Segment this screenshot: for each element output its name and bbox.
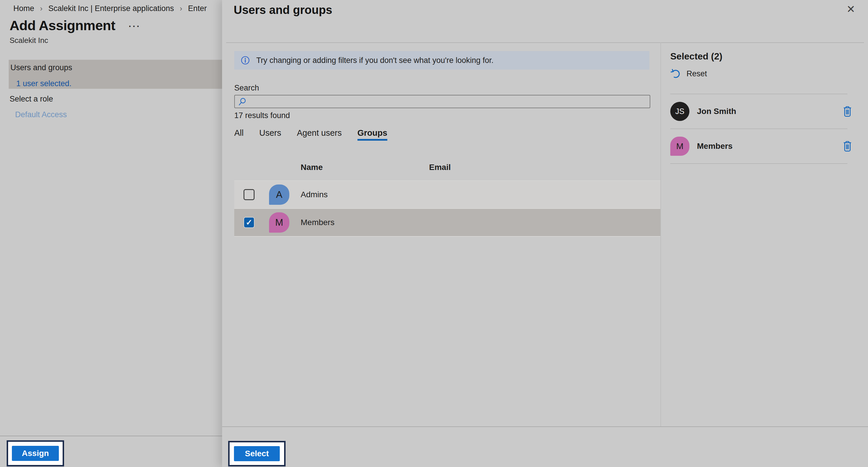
table-header: Name Email <box>234 163 660 171</box>
breadcrumb-chevron-icon: › <box>40 4 42 13</box>
select-button[interactable]: Select <box>234 446 280 461</box>
tab-all[interactable]: All <box>234 128 244 141</box>
users-and-groups-label: Users and groups <box>10 63 222 72</box>
remove-members-button[interactable] <box>842 140 852 152</box>
trash-icon <box>842 140 852 152</box>
breadcrumb-current-truncated[interactable]: Enter <box>188 4 207 13</box>
divider <box>670 163 847 164</box>
page-title: Add Assignment <box>9 18 115 33</box>
selected-count-title: Selected (2) <box>670 51 868 62</box>
column-header-email: Email <box>429 163 451 172</box>
tab-agent-users[interactable]: Agent users <box>297 128 342 141</box>
reset-button[interactable]: Reset <box>670 68 707 79</box>
avatar-members: M <box>269 212 289 233</box>
select-button-focus-ring: Select <box>228 441 285 466</box>
default-access-link[interactable]: Default Access <box>15 110 67 119</box>
row-name: Admins <box>301 190 328 199</box>
undo-arrow-icon <box>670 68 681 79</box>
results-count: 17 results found <box>234 111 660 120</box>
panel-footer-divider <box>222 427 868 427</box>
filter-tabs: All Users Agent users Groups <box>234 128 660 141</box>
trash-icon <box>842 106 852 117</box>
selected-item-name: Jon Smith <box>697 107 842 116</box>
close-icon[interactable]: ✕ <box>846 4 855 14</box>
checkbox-admins[interactable] <box>244 189 254 200</box>
assign-button[interactable]: Assign <box>12 446 59 461</box>
breadcrumb: Home › Scalekit Inc | Enterprise applica… <box>13 4 207 13</box>
background-page: Home › Scalekit Inc | Enterprise applica… <box>0 0 222 467</box>
selected-items-sidebar: Selected (2) Reset JS Jon Smith <box>660 42 868 427</box>
selected-item-name: Members <box>697 142 842 151</box>
reset-label: Reset <box>686 69 707 78</box>
tab-users[interactable]: Users <box>259 128 281 141</box>
avatar-jon-smith: JS <box>670 102 689 121</box>
row-name: Members <box>301 218 335 227</box>
search-label: Search <box>234 84 660 92</box>
menu-item-users-and-groups[interactable]: Users and groups 1 user selected. <box>9 60 222 89</box>
users-selected-link[interactable]: 1 user selected. <box>16 79 222 88</box>
panel-title: Users and groups <box>234 3 332 17</box>
breadcrumb-enterprise-applications[interactable]: Scalekit Inc | Enterprise applications <box>49 4 174 13</box>
breadcrumb-home[interactable]: Home <box>13 4 34 13</box>
users-groups-panel: Users and groups ✕ Try changing or addin… <box>222 0 868 467</box>
check-icon: ✓ <box>246 218 252 227</box>
search-icon <box>238 97 247 106</box>
info-banner: Try changing or adding filters if you do… <box>234 51 649 69</box>
avatar-admins: A <box>269 184 289 205</box>
avatar-members-selected: M <box>670 137 689 156</box>
remove-jon-smith-button[interactable] <box>842 106 852 117</box>
column-header-name: Name <box>301 163 323 172</box>
table-row-members[interactable]: ✓ M Members <box>234 209 660 237</box>
search-input[interactable] <box>251 97 646 106</box>
breadcrumb-chevron-icon: › <box>180 4 182 13</box>
assign-button-focus-ring: Assign <box>7 440 64 466</box>
info-banner-text: Try changing or adding filters if you do… <box>256 56 493 65</box>
page-subtitle: Scalekit Inc <box>9 36 48 45</box>
tab-groups[interactable]: Groups <box>358 128 387 141</box>
footer-divider <box>0 436 222 436</box>
results-column: Try changing or adding filters if you do… <box>234 42 660 237</box>
info-icon <box>241 56 250 65</box>
search-input-container[interactable] <box>234 95 650 108</box>
checkbox-members-checked[interactable]: ✓ <box>244 217 254 228</box>
table-row-admins[interactable]: A Admins <box>234 181 660 209</box>
select-role-label: Select a role <box>9 94 53 104</box>
selected-item-jon-smith: JS Jon Smith <box>670 94 868 128</box>
more-menu-button[interactable]: ··· <box>129 22 141 31</box>
selected-item-members: M Members <box>670 129 868 163</box>
